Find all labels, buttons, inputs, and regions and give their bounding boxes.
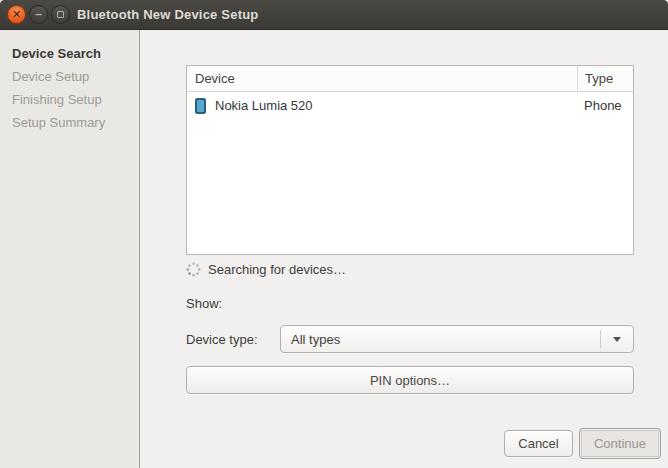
sidebar-item-device-search: Device Search [0, 42, 139, 65]
device-type-cell: Phone [577, 98, 633, 113]
device-list-header: Device Type [187, 66, 633, 92]
device-search-page: Device Type Nokia Lumia 520 Phone [186, 65, 634, 394]
maximize-icon[interactable] [51, 5, 70, 24]
sidebar-item-setup-summary: Setup Summary [0, 111, 139, 134]
device-cell: Nokia Lumia 520 [187, 98, 577, 114]
dialog-body: Device Search Device Setup Finishing Set… [0, 30, 668, 468]
device-name: Nokia Lumia 520 [215, 98, 313, 113]
device-type-label: Device type: [186, 332, 280, 347]
pin-options-button[interactable]: PIN options… [186, 366, 634, 394]
search-status-row: Searching for devices… [186, 262, 634, 277]
sidebar-item-device-setup: Device Setup [0, 65, 139, 88]
show-label: Show: [186, 296, 634, 311]
action-area: Cancel Continue [504, 428, 661, 459]
main-panel: Device Type Nokia Lumia 520 Phone [140, 30, 668, 468]
continue-button[interactable]: Continue [579, 428, 661, 459]
titlebar[interactable]: ✕ – Bluetooth New Device Setup [0, 0, 668, 30]
assistant-steps-sidebar: Device Search Device Setup Finishing Set… [0, 30, 140, 468]
device-type-dropdown[interactable]: All types [280, 325, 634, 353]
bluetooth-setup-window: ✕ – Bluetooth New Device Setup Device Se… [0, 0, 668, 468]
column-header-type[interactable]: Type [577, 66, 633, 91]
device-list: Device Type Nokia Lumia 520 Phone [186, 65, 634, 255]
minimize-icon[interactable]: – [29, 5, 48, 24]
close-icon[interactable]: ✕ [7, 5, 26, 24]
window-controls: ✕ – [7, 5, 70, 24]
device-type-row: Device type: All types [186, 325, 634, 353]
cancel-button[interactable]: Cancel [504, 430, 573, 457]
device-type-selected-value: All types [281, 332, 600, 347]
phone-icon [195, 98, 206, 114]
column-header-device[interactable]: Device [187, 66, 577, 91]
window-title: Bluetooth New Device Setup [77, 7, 258, 22]
spinner-icon [186, 262, 201, 277]
dropdown-arrow-box [600, 330, 633, 348]
search-status-text: Searching for devices… [208, 262, 346, 277]
table-row[interactable]: Nokia Lumia 520 Phone [187, 92, 633, 119]
sidebar-item-finishing-setup: Finishing Setup [0, 88, 139, 111]
chevron-down-icon [613, 337, 621, 342]
